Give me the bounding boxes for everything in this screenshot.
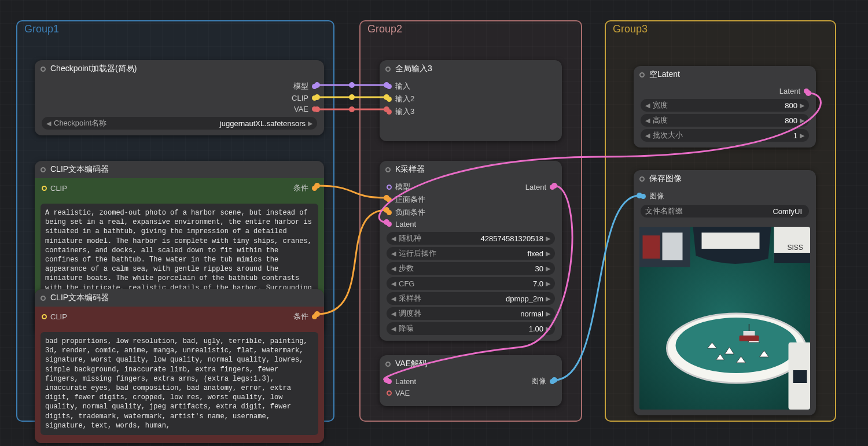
port-model-in[interactable] <box>387 185 392 190</box>
collapse-icon[interactable] <box>41 67 46 72</box>
collapse-icon[interactable] <box>639 72 645 78</box>
prev-icon[interactable]: ◀ <box>391 280 396 287</box>
prev-icon[interactable]: ◀ <box>391 295 396 303</box>
next-icon[interactable]: ▶ <box>546 325 550 333</box>
port-latent-out[interactable] <box>804 89 809 94</box>
node-title: 保存图像 <box>649 174 682 184</box>
next-icon[interactable]: ▶ <box>546 280 550 287</box>
next-icon[interactable]: ▶ <box>546 265 550 272</box>
port-in3[interactable] <box>387 109 392 115</box>
collapse-icon[interactable] <box>639 176 645 182</box>
port-positive-in[interactable] <box>387 197 392 202</box>
collapse-icon[interactable] <box>385 167 391 172</box>
negative-prompt-textarea[interactable]: bad proportions, low resolution, bad, ug… <box>41 332 318 435</box>
input-label: 正面条件 <box>395 194 425 205</box>
prev-icon[interactable]: ◀ <box>391 325 396 333</box>
next-icon[interactable]: ▶ <box>800 132 804 139</box>
next-icon[interactable]: ▶ <box>546 295 550 303</box>
sampler-widget-1[interactable]: ◀运行后操作fixed▶ <box>387 247 555 260</box>
input-label: Latent <box>395 377 416 386</box>
port-cond-out[interactable] <box>312 314 317 319</box>
input-label: VAE <box>395 389 410 397</box>
sampler-widget-2[interactable]: ◀步数30▶ <box>387 262 555 275</box>
port-latent-in[interactable] <box>387 222 392 227</box>
svg-point-2 <box>349 82 355 88</box>
node-save-image[interactable]: 保存图像 图像 文件名前缀 ComfyUI <box>634 170 816 415</box>
port-vae-in[interactable] <box>387 390 392 396</box>
node-ksampler[interactable]: K采样器 模型 Latent 正面条件 负面条件 Latent ◀随机种4285… <box>380 161 562 341</box>
output-label: 条件 <box>293 183 308 193</box>
next-icon[interactable]: ▶ <box>546 310 550 318</box>
port-negative-in[interactable] <box>387 210 392 215</box>
prev-icon[interactable]: ◀ <box>391 265 396 272</box>
svg-rect-36 <box>774 253 811 263</box>
port-clip-in[interactable] <box>42 186 47 191</box>
prev-icon[interactable]: ◀ <box>391 235 396 242</box>
collapse-icon[interactable] <box>385 67 391 72</box>
sampler-widget-6[interactable]: ◀降噪1.00▶ <box>387 322 555 335</box>
latent-widget-2[interactable]: ◀批次大小1▶ <box>641 129 809 142</box>
input-label: Latent <box>395 220 416 228</box>
node-global-input[interactable]: 全局输入3 输入 输入2 输入3 <box>380 60 562 141</box>
node-empty-latent[interactable]: 空Latent Latent ◀宽度800▶◀高度800▶◀批次大小1▶ <box>634 66 816 148</box>
output-label: Latent <box>525 183 546 191</box>
latent-widget-1[interactable]: ◀高度800▶ <box>641 114 809 127</box>
next-icon[interactable]: ▶ <box>546 235 550 242</box>
collapse-icon[interactable] <box>41 296 46 301</box>
port-clip[interactable] <box>312 95 317 101</box>
group-title: Group3 <box>613 23 648 35</box>
sampler-widget-3[interactable]: ◀CFG7.0▶ <box>387 277 555 290</box>
svg-rect-39 <box>793 370 807 383</box>
svg-point-8 <box>349 106 355 112</box>
port-image-in[interactable] <box>641 194 646 199</box>
sampler-widget-4[interactable]: ◀采样器dpmpp_2m▶ <box>387 292 555 305</box>
port-model[interactable] <box>312 84 317 89</box>
image-preview: SISS <box>639 227 810 410</box>
input-label: CLIP <box>50 184 67 193</box>
input-label: 输入2 <box>395 94 414 104</box>
latent-widget-0[interactable]: ◀宽度800▶ <box>641 99 809 112</box>
node-title: 空Latent <box>649 69 680 80</box>
node-title: CLIP文本编码器 <box>50 164 109 175</box>
node-clip-encoder-negative[interactable]: CLIP文本编码器 CLIP 条件 bad proportions, low r… <box>35 289 324 443</box>
prev-icon[interactable]: ◀ <box>391 250 396 257</box>
next-icon[interactable]: ▶ <box>308 120 312 127</box>
prev-icon[interactable]: ◀ <box>645 102 650 109</box>
port-vae[interactable] <box>312 106 317 112</box>
collapse-icon[interactable] <box>385 362 391 367</box>
port-cond-out[interactable] <box>312 186 317 191</box>
group-title: Group1 <box>24 23 59 35</box>
output-label: CLIP <box>292 94 308 102</box>
port-latent-out[interactable] <box>550 185 555 190</box>
next-icon[interactable]: ▶ <box>800 102 804 109</box>
next-icon[interactable]: ▶ <box>546 250 550 257</box>
input-label: 负面条件 <box>395 207 425 218</box>
input-label: 图像 <box>649 191 664 201</box>
sampler-widget-5[interactable]: ◀调度器normal▶ <box>387 307 555 320</box>
next-icon[interactable]: ▶ <box>800 117 804 124</box>
prev-icon[interactable]: ◀ <box>391 310 396 318</box>
sampler-widget-0[interactable]: ◀随机种428574581320518▶ <box>387 232 555 245</box>
port-image-out[interactable] <box>550 379 555 384</box>
node-checkpoint-loader[interactable]: Checkpoint加载器(简易) 模型 CLIP VAE ◀Checkpoin… <box>35 60 324 135</box>
filename-prefix-widget[interactable]: 文件名前缀 ComfyUI <box>641 205 809 218</box>
port-in2[interactable] <box>387 97 392 102</box>
port-clip-in[interactable] <box>42 314 47 319</box>
svg-rect-33 <box>663 233 683 260</box>
group-title: Group2 <box>367 23 402 35</box>
port-latent-in[interactable] <box>387 379 392 384</box>
prev-icon[interactable]: ◀ <box>645 117 650 124</box>
input-label: 输入3 <box>395 106 414 117</box>
checkpoint-name-widget[interactable]: ◀Checkpoint名称 juggernautXL.safetensors ▶ <box>42 117 317 130</box>
port-in1[interactable] <box>387 84 392 89</box>
input-label: 模型 <box>395 182 410 192</box>
prev-icon[interactable]: ◀ <box>645 132 650 139</box>
collapse-icon[interactable] <box>41 167 46 172</box>
output-label: VAE <box>294 105 308 113</box>
node-vae-decode[interactable]: VAE解码 Latent 图像 VAE <box>380 355 562 406</box>
svg-point-21 <box>676 318 797 373</box>
prev-icon[interactable]: ◀ <box>46 120 51 127</box>
svg-text:SISS: SISS <box>788 244 803 252</box>
output-label: 条件 <box>293 311 308 322</box>
input-label: CLIP <box>50 312 67 321</box>
